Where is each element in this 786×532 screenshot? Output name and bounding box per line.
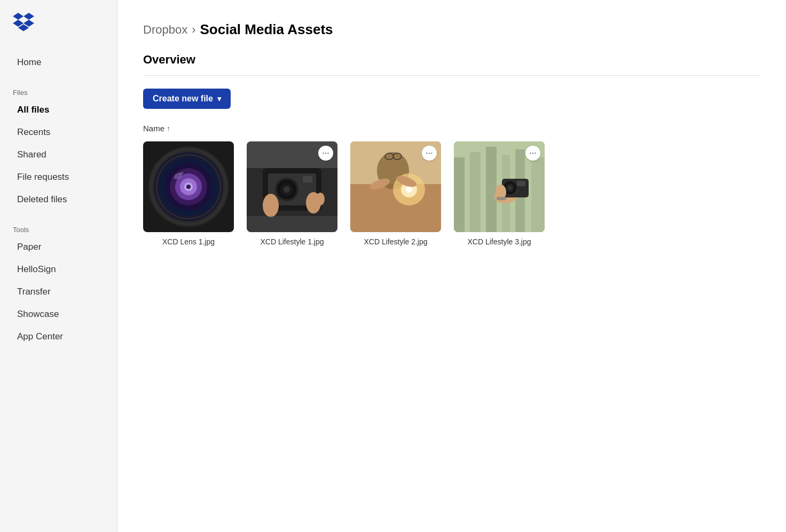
file-thumbnail[interactable] (143, 141, 234, 232)
svg-rect-21 (303, 176, 312, 182)
logo-container[interactable] (0, 13, 117, 51)
file-item[interactable]: ··· XCD Lifestyle 1.jpg (247, 141, 337, 246)
breadcrumb: Dropbox › Social Media Assets (143, 21, 760, 38)
section-title: Overview (143, 53, 760, 67)
file-thumbnail[interactable]: ··· (454, 141, 545, 232)
main-content: Dropbox › Social Media Assets Overview C… (117, 0, 786, 532)
sidebar-item-paper[interactable]: Paper (4, 236, 113, 258)
file-thumbnail[interactable]: ··· (247, 141, 337, 232)
sidebar: Home Files All files Recents Shared File… (0, 0, 117, 532)
svg-rect-42 (454, 157, 465, 232)
svg-rect-26 (247, 216, 337, 232)
toolbar: Create new file ▾ (143, 89, 760, 109)
file-thumbnail[interactable]: ··· (350, 141, 441, 232)
sidebar-item-all-files[interactable]: All files (4, 99, 113, 121)
sidebar-section-files-label: Files (0, 84, 117, 99)
svg-point-34 (406, 186, 412, 193)
create-btn-dropdown-arrow: ▾ (217, 94, 221, 103)
sidebar-item-app-center[interactable]: App Center (4, 326, 113, 347)
sidebar-divider-2 (0, 211, 117, 221)
file-item[interactable]: ··· XCD Lifestyle 3.jpg (454, 141, 545, 246)
svg-point-20 (284, 186, 290, 193)
svg-rect-43 (470, 152, 481, 232)
sidebar-item-shared[interactable]: Shared (4, 144, 113, 165)
breadcrumb-current: Social Media Assets (200, 21, 333, 38)
sidebar-item-recents[interactable]: Recents (4, 122, 113, 143)
section-divider (143, 75, 760, 76)
file-item[interactable]: XCD Lens 1.jpg (143, 141, 234, 246)
create-btn-label: Create new file (153, 94, 213, 104)
sidebar-item-transfer[interactable]: Transfer (4, 281, 113, 303)
file-context-menu-button[interactable]: ··· (525, 146, 540, 161)
svg-point-22 (263, 194, 279, 217)
file-name: XCD Lifestyle 1.jpg (260, 237, 324, 246)
dropbox-logo-icon (13, 13, 34, 32)
svg-rect-55 (497, 197, 506, 200)
file-name: XCD Lens 1.jpg (162, 237, 215, 246)
file-grid: XCD Lens 1.jpg (143, 141, 760, 246)
breadcrumb-separator: › (192, 23, 195, 37)
svg-rect-47 (531, 157, 545, 232)
svg-point-52 (508, 186, 512, 190)
lens-image (143, 141, 234, 232)
svg-point-9 (186, 185, 191, 189)
sidebar-item-hellosign[interactable]: HelloSign (4, 259, 113, 280)
column-header[interactable]: Name ↑ (143, 124, 760, 133)
svg-point-24 (316, 193, 325, 205)
sidebar-item-home[interactable]: Home (4, 52, 113, 73)
breadcrumb-root[interactable]: Dropbox (143, 23, 187, 37)
sidebar-divider-1 (0, 74, 117, 84)
file-name: XCD Lifestyle 3.jpg (467, 237, 531, 246)
sidebar-item-showcase[interactable]: Showcase (4, 304, 113, 325)
file-name: XCD Lifestyle 2.jpg (364, 237, 427, 246)
file-context-menu-button[interactable]: ··· (318, 146, 333, 161)
file-context-menu-button[interactable]: ··· (422, 146, 437, 161)
svg-rect-53 (517, 181, 525, 186)
sort-arrow-icon: ↑ (167, 124, 170, 132)
file-item[interactable]: ··· XCD Lifestyle 2.jpg (350, 141, 441, 246)
svg-rect-44 (486, 147, 497, 232)
sidebar-section-tools-label: Tools (0, 221, 117, 236)
column-name-label: Name (143, 124, 164, 133)
sidebar-item-deleted-files[interactable]: Deleted files (4, 189, 113, 210)
sidebar-item-file-requests[interactable]: File requests (4, 166, 113, 188)
create-new-file-button[interactable]: Create new file ▾ (143, 89, 231, 109)
